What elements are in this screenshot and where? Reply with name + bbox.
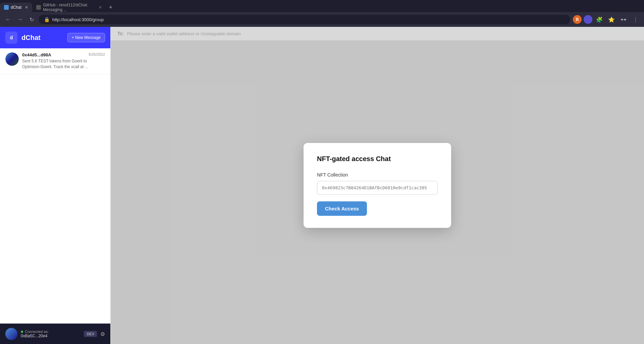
avatar — [5, 52, 19, 66]
settings-button[interactable]: ⚙ — [100, 331, 105, 337]
nav-bar: ← → ↻ 🔒 B 🧩 ⭐ 👓 ⋮ — [0, 12, 644, 27]
menu-button[interactable]: ⋮ — [631, 14, 641, 24]
dev-badge: DEV — [84, 331, 97, 337]
check-access-button[interactable]: Check Access — [317, 201, 367, 216]
app-logo: d — [5, 32, 17, 44]
nft-collection-input[interactable] — [317, 181, 438, 195]
github-tab-icon — [36, 5, 41, 10]
browser-chrome: dChat ✕ GitHub - renof112/dChat: Messagi… — [0, 0, 644, 27]
avatar-image — [5, 52, 19, 66]
tab-bar: dChat ✕ GitHub - renof112/dChat: Messagi… — [0, 0, 644, 12]
conversation-preview: Sent 5.6 TEST tokens from Goerli to Opti… — [22, 58, 105, 70]
tab-dchat-label: dChat — [11, 5, 21, 10]
new-tab-button[interactable]: + — [106, 3, 115, 12]
conversations-list: 0x44d5...d98A 9/25/2022 Sent 5.6 TEST to… — [0, 48, 110, 324]
tab-dchat-close[interactable]: ✕ — [25, 5, 28, 10]
modal-title: NFT-gated access Chat — [317, 155, 438, 163]
footer-avatar — [5, 328, 17, 340]
app-title: dChat — [21, 34, 63, 42]
main-content: To: Please enter a valid wallet address … — [111, 27, 644, 344]
footer-text: Connected as: 0xBa5C...20e4 — [21, 330, 80, 338]
conversation-details: 0x44d5...d98A 9/25/2022 Sent 5.6 TEST to… — [22, 52, 105, 70]
forward-button[interactable]: → — [15, 15, 25, 24]
tab-github-close[interactable]: ✕ — [99, 5, 102, 10]
security-icon: 🔒 — [44, 17, 50, 22]
app-container: d dChat + New Message 0x44d5...d98A 9/25… — [0, 27, 644, 344]
sidebar: d dChat + New Message 0x44d5...d98A 9/25… — [0, 27, 111, 344]
conversation-top: 0x44d5...d98A 9/25/2022 — [22, 52, 105, 57]
dchat-tab-icon — [4, 5, 9, 10]
nft-collection-label: NFT Collection — [317, 172, 438, 178]
extensions-button[interactable]: 🧩 — [594, 14, 604, 24]
back-button[interactable]: ← — [3, 15, 13, 24]
tab-github-label: GitHub - renof112/dChat: Messaging ... — [43, 3, 95, 12]
url-input[interactable] — [52, 17, 565, 22]
new-message-button[interactable]: + New Message — [67, 33, 105, 42]
modal-overlay: NFT-gated access Chat NFT Collection Che… — [111, 27, 644, 344]
sidebar-footer: Connected as: 0xBa5C...20e4 DEV ⚙ — [0, 324, 110, 344]
nav-right-controls: B 🧩 ⭐ 👓 ⋮ — [573, 14, 641, 24]
conversation-item[interactable]: 0x44d5...d98A 9/25/2022 Sent 5.6 TEST to… — [0, 48, 110, 74]
user-profile-icon[interactable] — [584, 15, 592, 24]
glasses-icon[interactable]: 👓 — [619, 14, 629, 24]
tab-github[interactable]: GitHub - renof112/dChat: Messaging ... ✕ — [32, 3, 106, 12]
connected-label: Connected as: — [21, 330, 80, 334]
nft-gated-modal: NFT-gated access Chat NFT Collection Che… — [304, 143, 451, 228]
conversation-time: 9/25/2022 — [89, 52, 105, 56]
conversation-name: 0x44d5...d98A — [22, 52, 51, 57]
reload-button[interactable]: ↻ — [28, 15, 36, 24]
connected-dot — [21, 331, 23, 333]
favorites-button[interactable]: ⭐ — [606, 14, 616, 24]
tab-dchat[interactable]: dChat ✕ — [0, 3, 32, 12]
brave-icon[interactable]: B — [573, 15, 582, 24]
address-bar[interactable]: 🔒 — [39, 15, 570, 24]
sidebar-header: d dChat + New Message — [0, 27, 110, 48]
wallet-address: 0xBa5C...20e4 — [21, 334, 80, 338]
